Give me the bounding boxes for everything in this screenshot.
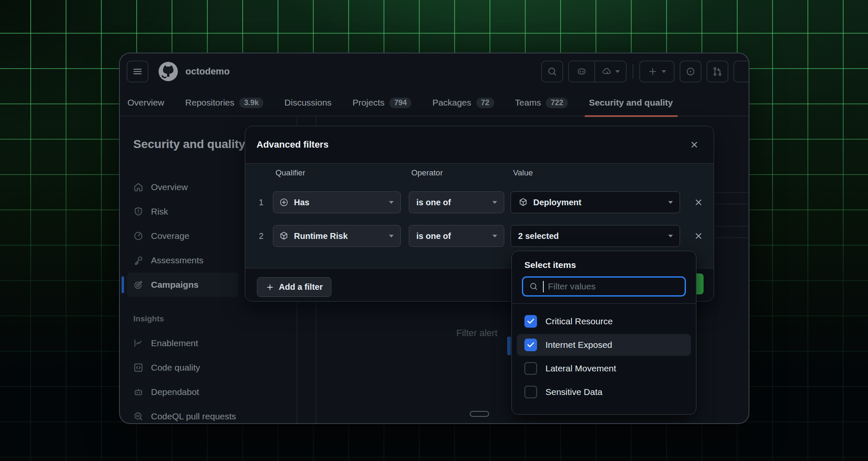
value-dropdown[interactable]: Deployment (511, 191, 680, 213)
add-filter-label: Add a filter (279, 282, 323, 292)
option-label: Internet Exposed (545, 340, 612, 350)
search-icon (529, 281, 539, 291)
chevron-down-icon (492, 201, 497, 204)
checkbox-unchecked[interactable] (524, 362, 537, 375)
add-filter-button[interactable]: Add a filter (257, 277, 331, 297)
close-dialog-button[interactable] (686, 137, 702, 153)
dropdown-value: Has (294, 198, 310, 207)
option-sensitive-data[interactable]: Sensitive Data (517, 381, 691, 403)
column-header-value: Value (513, 168, 533, 178)
checkbox-checked[interactable] (524, 315, 537, 328)
browser-window: octodemo (119, 53, 749, 424)
filter-row-1: 1 Has is one of (245, 191, 714, 213)
row-number: 1 (257, 198, 265, 207)
remove-filter-button[interactable] (691, 195, 706, 210)
dropdown-value: Runtime Risk (294, 231, 348, 241)
close-icon (694, 198, 703, 207)
plus-circle-icon (279, 197, 289, 207)
select-items-popup: Select items Critical Resource (511, 251, 696, 415)
qualifier-dropdown[interactable]: Has (273, 191, 401, 213)
option-lateral-movement[interactable]: Lateral Movement (517, 358, 691, 379)
option-internet-exposed[interactable]: Internet Exposed (517, 334, 691, 356)
text-cursor (543, 281, 544, 292)
page: octodemo (0, 0, 868, 461)
dropdown-value: 2 selected (518, 231, 559, 241)
option-label: Sensitive Data (545, 387, 602, 397)
chevron-down-icon (389, 201, 394, 204)
row-number: 2 (257, 231, 265, 241)
operator-dropdown[interactable]: is one of (409, 225, 504, 247)
chevron-down-icon (668, 235, 673, 238)
filter-values-input[interactable] (548, 281, 679, 291)
column-header-operator: Operator (411, 168, 443, 178)
option-label: Lateral Movement (545, 363, 616, 374)
dropdown-value: is one of (416, 231, 451, 241)
value-dropdown[interactable]: 2 selected (511, 225, 680, 247)
operator-dropdown[interactable]: is one of (409, 191, 504, 213)
dialog-titlebar: Advanced filters (245, 126, 714, 163)
option-critical-resource[interactable]: Critical Resource (517, 310, 691, 332)
dropdown-value: is one of (416, 198, 451, 207)
dropdown-value: Deployment (533, 198, 581, 207)
package-icon (518, 197, 528, 207)
chevron-down-icon (668, 201, 673, 204)
popup-option-list: Critical Resource Internet Exposed Later… (512, 304, 696, 403)
filter-row-2: 2 Runtime Risk is one of (245, 225, 714, 247)
chevron-down-icon (389, 235, 394, 238)
plus-icon (266, 283, 274, 291)
column-header-qualifier: Qualifier (275, 168, 305, 178)
qualifier-dropdown[interactable]: Runtime Risk (273, 225, 401, 247)
close-icon (694, 231, 703, 241)
chevron-down-icon (492, 235, 497, 238)
option-label: Critical Resource (545, 316, 613, 326)
checkbox-checked[interactable] (524, 339, 537, 351)
filter-values-field[interactable] (522, 276, 686, 297)
close-icon (690, 140, 699, 149)
dialog-title: Advanced filters (257, 139, 328, 150)
package-icon (279, 231, 289, 241)
remove-filter-button[interactable] (691, 228, 706, 244)
popup-title: Select items (512, 251, 696, 270)
checkbox-unchecked[interactable] (524, 386, 537, 398)
